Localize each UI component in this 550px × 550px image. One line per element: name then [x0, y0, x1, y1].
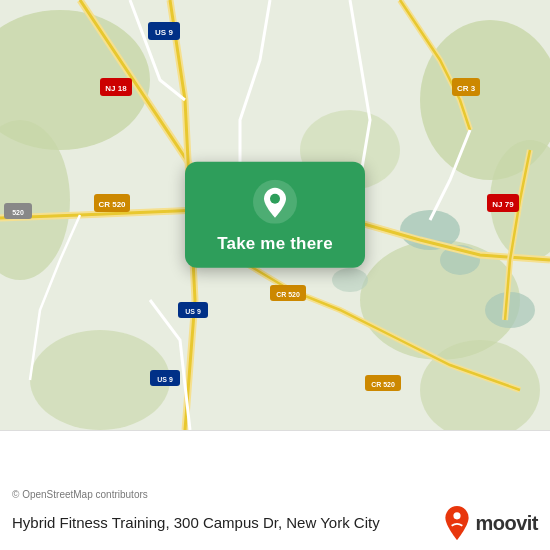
svg-text:NJ 79: NJ 79: [492, 200, 514, 209]
moovit-logo: moovit: [443, 506, 538, 540]
moovit-brand-name: moovit: [475, 512, 538, 535]
take-me-there-button[interactable]: Take me there: [217, 234, 333, 254]
moovit-pin-icon: [443, 506, 471, 540]
svg-text:US 9: US 9: [155, 28, 173, 37]
svg-point-35: [454, 512, 461, 519]
svg-point-7: [30, 330, 170, 430]
location-row: Hybrid Fitness Training, 300 Campus Dr, …: [12, 506, 538, 540]
bottom-bar: © OpenStreetMap contributors Hybrid Fitn…: [0, 430, 550, 550]
svg-text:520: 520: [12, 209, 24, 216]
svg-text:CR 3: CR 3: [457, 84, 476, 93]
svg-point-34: [270, 194, 280, 204]
location-name: Hybrid Fitness Training, 300 Campus Dr, …: [12, 513, 433, 533]
copyright-text: © OpenStreetMap contributors: [12, 489, 538, 500]
svg-point-12: [332, 268, 368, 292]
map-container: US 9 NJ 18 CR 3 CR 520 520 NJ 79 US 9 CR…: [0, 0, 550, 430]
svg-text:US 9: US 9: [185, 308, 201, 315]
action-card: Take me there: [185, 162, 365, 268]
svg-point-11: [485, 292, 535, 328]
svg-text:CR 520: CR 520: [98, 200, 126, 209]
location-pin-icon: [253, 180, 297, 224]
svg-text:US 9: US 9: [157, 376, 173, 383]
svg-text:NJ 18: NJ 18: [105, 84, 127, 93]
svg-text:CR 520: CR 520: [371, 381, 395, 388]
svg-text:CR 520: CR 520: [276, 291, 300, 298]
